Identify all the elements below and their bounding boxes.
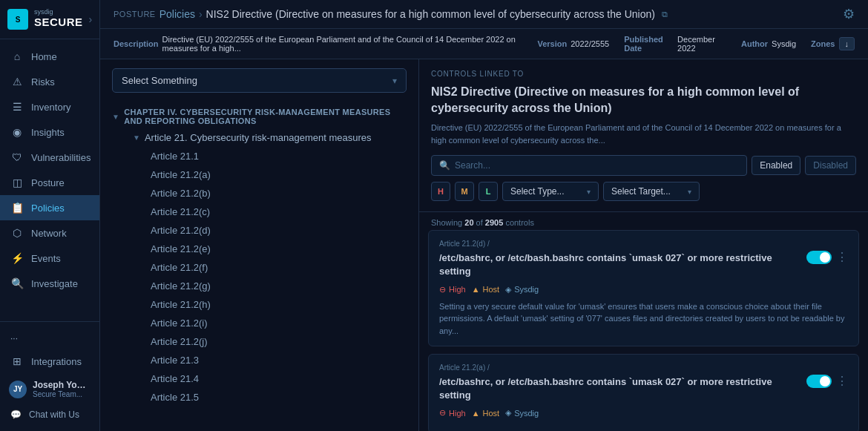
settings-icon[interactable]: ⚙: [843, 6, 855, 22]
integrations-icon: ⊞: [10, 355, 24, 367]
tree-article-item[interactable]: Article 21.1: [112, 147, 407, 165]
description-label: Description: [114, 39, 159, 48]
external-link-icon[interactable]: ⧉: [662, 10, 668, 19]
tree-scroll: ▼ CHAPTER IV. CYBERSECURITY RISK-MANAGEM…: [100, 102, 418, 431]
select-target-label: Select Target...: [611, 186, 671, 197]
search-icon: 🔍: [439, 160, 450, 171]
brand-label: SECURE: [34, 16, 83, 28]
author-field: Author Sysdig: [741, 39, 796, 48]
directive-desc: Directive (EU) 2022/2555 of the European…: [431, 122, 856, 146]
severity-medium-button[interactable]: M: [455, 182, 474, 201]
sidebar-item-vulnerabilities[interactable]: 🛡 Vulnerabilities: [0, 145, 99, 170]
sidebar-item-inventory[interactable]: ☰ Inventory: [0, 94, 99, 119]
sidebar-item-events[interactable]: ⚡ Events: [0, 246, 99, 271]
sidebar-label-integrations: Integrations: [31, 356, 82, 367]
zones-button[interactable]: ↓: [839, 37, 855, 50]
sidebar-item-posture[interactable]: ◫ Posture: [0, 170, 99, 195]
topbar: POSTURE Policies › NIS2 Directive (Direc…: [100, 0, 868, 29]
breadcrumb-current: NIS2 Directive (Directive on measures fo…: [206, 8, 655, 20]
right-panel: CONTROLS LINKED TO NIS2 Directive (Direc…: [419, 59, 868, 431]
tree-article-item[interactable]: Article 21.4: [112, 369, 407, 388]
sysdig-tag: ◈ Sysdig: [505, 285, 539, 295]
search-input[interactable]: [455, 160, 739, 171]
sidebar-item-risks[interactable]: ⚠ Risks: [0, 69, 99, 94]
host-icon: ▲: [472, 285, 480, 294]
user-profile[interactable]: JY Joseph Yostos Secure Team...: [0, 374, 99, 404]
sidebar: S sysdig SECURE › ⌂ Home ⚠ Risks ☰ Inven…: [0, 0, 100, 431]
breadcrumb-parent[interactable]: Policies: [160, 8, 195, 20]
tree-article-item[interactable]: Article 21.2(c): [112, 203, 407, 221]
chevron-down-icon: ▾: [392, 76, 397, 86]
toggle-wrap: ⋮: [806, 374, 848, 388]
more-options-icon[interactable]: ⋮: [836, 374, 848, 388]
severity-low-button[interactable]: L: [479, 182, 498, 201]
inventory-icon: ☰: [10, 101, 24, 113]
tree-article-item[interactable]: Article 21.2(i): [112, 314, 407, 332]
info-bar: Description Directive (EU) 2022/2555 of …: [100, 29, 868, 59]
network-icon: ⬡: [10, 227, 24, 239]
disabled-filter-button[interactable]: Disabled: [805, 156, 856, 175]
description-field: Description Directive (EU) 2022/2555 of …: [114, 35, 522, 53]
chat-icon: 💬: [10, 409, 22, 420]
control-path: Article 21.2(a) /: [439, 363, 848, 372]
more-options-icon[interactable]: ⋮: [836, 250, 848, 264]
tree-article-item[interactable]: Article 21.2(d): [112, 221, 407, 240]
description-value: Directive (EU) 2022/2555 of the European…: [162, 35, 523, 53]
chapter-header[interactable]: ▼ CHAPTER IV. CYBERSECURITY RISK-MANAGEM…: [112, 108, 407, 125]
severity-high-tag: ⊖ High: [439, 285, 466, 295]
tree-article-item[interactable]: Article 21.2(b): [112, 184, 407, 203]
article-group-chevron-icon: ▼: [133, 134, 140, 142]
zones-field: Zones ↓: [811, 37, 855, 50]
sidebar-item-integrations[interactable]: ⊞ Integrations: [0, 349, 99, 374]
select-target-dropdown[interactable]: Select Target... ▾: [603, 182, 700, 201]
version-label: Version: [537, 39, 567, 48]
search-box: 🔍: [431, 155, 747, 176]
high-severity-icon: ⊖: [439, 285, 446, 295]
sidebar-item-home[interactable]: ⌂ Home: [0, 44, 99, 69]
tree-article-item[interactable]: Article 21.2(h): [112, 295, 407, 314]
sidebar-bottom: ··· ⊞ Integrations JY Joseph Yostos Secu…: [0, 321, 99, 431]
dots-icon: ···: [10, 333, 18, 343]
tree-article-item[interactable]: Article 21.2(e): [112, 240, 407, 258]
sidebar-label-investigate: Investigate: [31, 278, 78, 289]
right-panel-header: CONTROLS LINKED TO NIS2 Directive (Direc…: [419, 59, 868, 212]
events-icon: ⚡: [10, 252, 24, 264]
article-group-header[interactable]: ▼ Article 21. Cybersecurity risk-managem…: [112, 128, 407, 147]
tree-article-item[interactable]: Article 21.3: [112, 351, 407, 369]
control-toggle[interactable]: [806, 251, 832, 264]
select-placeholder: Select Something: [122, 75, 197, 86]
sidebar-item-policies[interactable]: 📋 Policies: [0, 195, 99, 220]
sidebar-collapse-icon[interactable]: ›: [89, 13, 93, 25]
severity-high-button[interactable]: H: [431, 182, 450, 201]
tree-article-item[interactable]: Article 21.2(f): [112, 258, 407, 277]
article-group-label: Article 21. Cybersecurity risk-managemen…: [145, 132, 372, 143]
sidebar-item-network[interactable]: ⬡ Network: [0, 220, 99, 246]
chat-label: Chat with Us: [29, 409, 79, 420]
sidebar-item-insights[interactable]: ◉ Insights: [0, 119, 99, 145]
enabled-filter-button[interactable]: Enabled: [752, 156, 800, 175]
select-type-label: Select Type...: [510, 186, 565, 197]
chapter-chevron-icon: ▼: [112, 113, 119, 121]
sidebar-item-investigate[interactable]: 🔍 Investigate: [0, 271, 99, 296]
showing-count: Showing 20 of 2905 controls: [419, 212, 868, 230]
tree-article-item[interactable]: Article 21.5: [112, 388, 407, 407]
sysdig-tag: ◈ Sysdig: [505, 408, 539, 418]
vulnerabilities-icon: 🛡: [10, 151, 24, 163]
tree-article-item[interactable]: Article 21.2(a): [112, 165, 407, 184]
risks-icon: ⚠: [10, 76, 24, 88]
chat-with-us[interactable]: 💬 Chat with Us: [0, 404, 99, 425]
control-toggle[interactable]: [806, 375, 832, 388]
directive-title: NIS2 Directive (Directive on measures fo…: [431, 84, 856, 116]
sidebar-label-network: Network: [31, 228, 67, 239]
user-team: Secure Team...: [33, 390, 91, 398]
select-type-dropdown[interactable]: Select Type... ▾: [502, 182, 599, 201]
tree-article-item[interactable]: Article 21.2(j): [112, 332, 407, 351]
sysdig-logo-icon: S: [7, 9, 28, 30]
controls-label: CONTROLS LINKED TO: [431, 70, 856, 78]
tree-article-item[interactable]: Article 21.2(g): [112, 277, 407, 295]
sidebar-dots[interactable]: ···: [0, 328, 99, 349]
control-path: Article 21.2(d) /: [439, 240, 848, 248]
article-select-dropdown[interactable]: Select Something ▾: [112, 68, 407, 93]
investigate-icon: 🔍: [10, 277, 24, 289]
user-name: Joseph Yostos: [33, 380, 91, 390]
